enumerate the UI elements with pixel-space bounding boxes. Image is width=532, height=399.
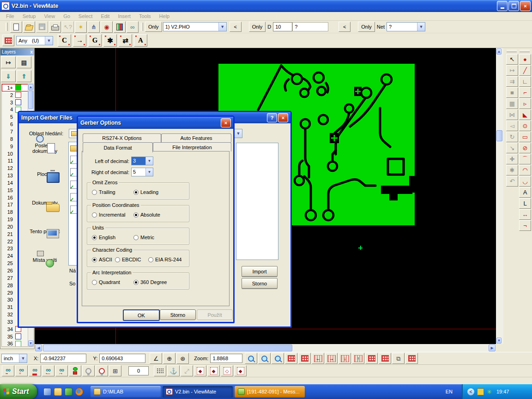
pad-corner-button[interactable]: ◆ (234, 365, 247, 376)
view-all-layers-button[interactable]: ∞•• (2, 365, 14, 376)
triangle-tool[interactable]: ◣ (519, 109, 531, 120)
open-file-button[interactable] (23, 21, 35, 33)
menu-item-file[interactable]: File (2, 12, 18, 20)
only-net-button[interactable]: Only (358, 22, 375, 32)
line-tool[interactable]: ╱ (519, 65, 531, 76)
radio-option-eia-rs-244[interactable]: EIA RS-244 (148, 257, 181, 262)
view-traces-button[interactable]: ∞•— (42, 365, 54, 376)
only-layer-button[interactable]: Only (145, 22, 162, 32)
grid-dots-button[interactable] (154, 365, 166, 376)
selected-files-list[interactable] (236, 143, 278, 260)
view-pads-button[interactable]: ∞▄▄ (29, 365, 41, 376)
resize-view-button[interactable]: ⧉ (392, 353, 405, 364)
layer-row[interactable]: 3 (2, 99, 29, 106)
tab-auto-features[interactable]: Auto Features (161, 133, 231, 142)
pick-element-button[interactable]: ⋔ (88, 21, 100, 33)
radio-option-metric[interactable]: Metric (133, 235, 154, 240)
quicklaunch-book-icon[interactable] (65, 388, 73, 396)
close-button[interactable]: × (278, 113, 288, 122)
radio-option-ascii[interactable]: ASCII (92, 257, 112, 262)
view-extents-button[interactable] (285, 353, 297, 364)
label-tool[interactable]: L (519, 198, 531, 209)
taskbar-task--191-482-091-mess-[interactable]: [191-482-091] - Mess... (235, 386, 305, 398)
layer-color-swatch[interactable] (15, 341, 21, 347)
menu-item-help[interactable]: Help (155, 12, 174, 20)
radio-button[interactable] (92, 190, 97, 195)
highlight-button[interactable]: ✶ (75, 21, 87, 33)
menu-item-select[interactable]: Select (74, 12, 97, 20)
menu-item-insert[interactable]: Insert (114, 12, 135, 20)
aperture-grid-button[interactable] (2, 35, 14, 46)
scroll-down-arrow[interactable]: ▼ (496, 338, 502, 344)
previous-net-button[interactable]: < (339, 22, 351, 32)
taskbar-task-d-mlab[interactable]: D:\MLAB (91, 386, 161, 398)
radio-option-absolute[interactable]: Absolute (133, 212, 160, 218)
pan-right-button[interactable]: → (325, 353, 338, 364)
canvas-vertical-scrollbar[interactable]: ▲ ▼ (496, 48, 503, 344)
pad-ghost-button[interactable]: ◇ (221, 365, 233, 376)
tab-rs274-x-options[interactable]: RS274-X Options (83, 133, 161, 142)
quicklaunch-mail-icon[interactable] (43, 388, 51, 396)
curve-up-tool[interactable]: ◠ (519, 165, 531, 175)
move-layer-up-button[interactable]: ⇑ (17, 70, 31, 82)
anchor-button[interactable]: ⚓ (167, 365, 180, 376)
place-documents-folder[interactable]: Dokumenty (24, 200, 66, 229)
chevron-down-icon[interactable]: ▼ (19, 354, 27, 363)
place-desktop[interactable]: Plocha (24, 171, 66, 200)
pan-up-button[interactable]: ↑ (352, 353, 364, 364)
view-lines-button[interactable]: ∞≡ (15, 365, 28, 376)
redraw-button[interactable] (298, 353, 311, 364)
close-icon[interactable]: x (30, 49, 33, 54)
close-button[interactable]: × (221, 118, 231, 127)
snap-button[interactable]: ◉ (101, 21, 113, 33)
layer-row[interactable]: 36 (2, 340, 29, 347)
minimize-button[interactable] (497, 1, 508, 11)
tray-chevron-icon[interactable]: < (467, 388, 474, 395)
chevron-down-icon[interactable]: ▼ (145, 168, 153, 176)
dcode-input[interactable]: 10 (273, 22, 292, 31)
dcode-text-button[interactable]: A (134, 34, 147, 47)
start-button[interactable]: Start (0, 384, 37, 399)
menu-item-go[interactable]: Go (59, 12, 74, 20)
layer-color-swatch[interactable] (15, 333, 21, 339)
chevron-down-icon[interactable]: ▼ (234, 129, 242, 138)
dcode-g-button[interactable]: G (88, 34, 102, 47)
zoom-window-button[interactable] (258, 353, 271, 364)
zoom-field[interactable]: 1.8868 (210, 354, 242, 363)
rectangle-tool[interactable]: ▭ (519, 132, 531, 142)
chevron-down-icon[interactable]: ▼ (218, 23, 226, 31)
stretch-button[interactable]: ⤢ (181, 365, 193, 376)
highlight-toggle-button[interactable] (69, 365, 81, 376)
left-of-decimal-dropdown[interactable]: 3 ▼ (131, 157, 153, 165)
place-my-computer[interactable]: Tento počítač (24, 229, 66, 257)
zoom-tool-button[interactable] (245, 353, 257, 364)
tab-file-interpretation[interactable]: File Interpretation (153, 142, 231, 151)
chevron-down-icon[interactable]: ▼ (417, 23, 425, 31)
print-button[interactable] (49, 21, 61, 33)
pad-solid-button[interactable]: ◆ (207, 365, 220, 376)
radio-button[interactable] (92, 235, 97, 240)
language-indicator[interactable]: EN (446, 389, 453, 394)
close-button[interactable]: × (520, 1, 531, 11)
layer-row[interactable]: 1+ (2, 84, 29, 91)
place-network-places[interactable]: Místa v síti (24, 257, 66, 286)
polyline-tool[interactable]: ∟ (519, 76, 531, 87)
place-recent-documents[interactable]: Poslední dokumenty (24, 143, 66, 171)
horizontal-scroll-thumb[interactable] (43, 345, 292, 351)
tray-messenger-icon[interactable]: ✳ (487, 389, 492, 395)
layer-row[interactable]: 35 (2, 333, 29, 340)
radio-option-quadrant[interactable]: Quadrant (92, 279, 120, 285)
net-combo[interactable]: ? ▼ (387, 22, 425, 31)
radio-button[interactable] (133, 280, 139, 285)
menu-item-tools[interactable]: Tools (135, 12, 155, 20)
layer-color-swatch[interactable] (15, 85, 21, 91)
dialog-title-bar[interactable]: Gerber Options × (78, 117, 233, 129)
radio-button[interactable] (92, 280, 97, 285)
quicklaunch-folder-icon[interactable] (54, 388, 62, 396)
radio-button[interactable] (115, 257, 120, 262)
corner-down-tool[interactable]: ¬ (519, 220, 531, 231)
dcode-circle-button[interactable]: C (58, 34, 71, 47)
x-coordinate-field[interactable]: -0.942237 (40, 354, 86, 363)
dock-layer-button[interactable]: ↦ (1, 56, 16, 68)
cancel-button[interactable]: Storno (242, 278, 278, 289)
